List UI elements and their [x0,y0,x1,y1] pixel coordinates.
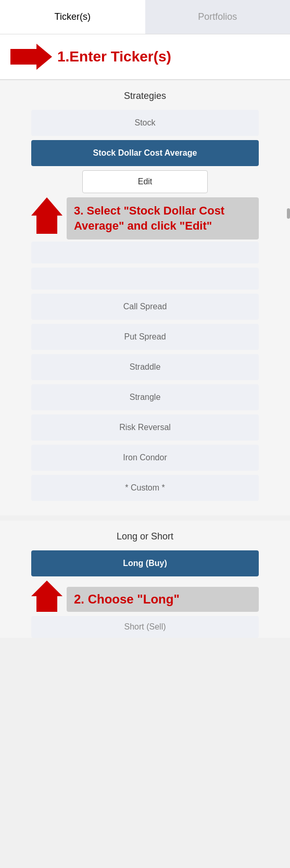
long-buy-button[interactable]: Long (Buy) [31,550,259,576]
strategy-iron-condor-button[interactable]: Iron Condor [31,445,259,471]
long-short-section: Long or Short Long (Buy) 2. Choose "Long… [0,521,290,638]
strategies-title: Strategies [31,91,259,102]
right-arrow-icon [10,44,52,70]
placeholder-row-2 [31,268,259,290]
long-short-tooltip-text: 2. Choose "Long" [74,592,180,606]
up-arrow-long-icon [31,581,62,612]
edit-button[interactable]: Edit [82,170,207,193]
strategy-strangle-button[interactable]: Strangle [31,384,259,410]
strategy-straddle-button[interactable]: Straddle [31,354,259,380]
long-short-title: Long or Short [31,531,259,542]
placeholder-rows [31,242,259,290]
tooltip-wrapper: 3. Select "Stock Dollar Cost Average" an… [31,197,259,290]
tab-bar: Ticker(s) Portfolios [0,0,290,34]
enter-ticker-section: 1.Enter Ticker(s) [0,34,290,80]
tab-tickers[interactable]: Ticker(s) [0,0,145,34]
strategies-section: Strategies Stock Stock Dollar Cost Avera… [0,80,290,515]
up-arrow-icon [31,197,62,234]
strategy-sdca-button[interactable]: Stock Dollar Cost Average [31,140,259,166]
short-sell-button[interactable]: Short (Sell) [31,616,259,638]
page-wrapper: Ticker(s) Portfolios 1.Enter Ticker(s) S… [0,0,290,638]
strategy-call-spread-button[interactable]: Call Spread [31,294,259,320]
long-short-tooltip-area: 2. Choose "Long" [31,581,259,612]
enter-ticker-label: 1.Enter Ticker(s) [57,48,171,65]
scrollbar[interactable] [287,208,290,219]
tooltip-box: 3. Select "Stock Dollar Cost Average" an… [67,197,259,240]
long-short-tooltip-box: 2. Choose "Long" [67,587,259,612]
strategy-put-spread-button[interactable]: Put Spread [31,324,259,350]
strategy-custom-button[interactable]: * Custom * [31,475,259,501]
svg-marker-2 [31,581,62,612]
tooltip-text: 3. Select "Stock Dollar Cost Average" an… [74,204,224,232]
strategy-risk-reversal-button[interactable]: Risk Reversal [31,414,259,441]
strategy-stock-button[interactable]: Stock [31,110,259,136]
svg-marker-0 [10,44,52,70]
tab-portfolios[interactable]: Portfolios [145,0,291,34]
placeholder-row-1 [31,242,259,263]
svg-marker-1 [31,197,62,234]
